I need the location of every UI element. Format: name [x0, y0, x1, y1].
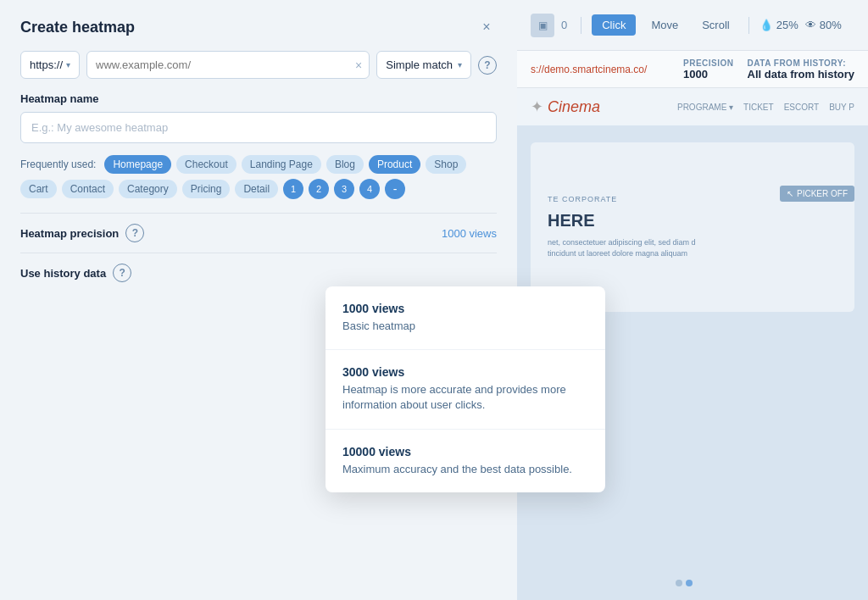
bg-nav-items: PROGRAME ▾ TICKET ESCORT BUY P: [677, 103, 854, 112]
tag-homepage[interactable]: Homepage: [104, 155, 171, 174]
bg-toolbar: ▣ 0 Click Move Scroll 💧 25% 👁 80%: [517, 0, 868, 51]
option-3000[interactable]: 3000 views Heatmap is more accurate and …: [326, 350, 605, 429]
option-3000-desc: Heatmap is more accurate and provides mo…: [342, 382, 588, 413]
history-value: All data from history: [748, 68, 854, 81]
precision-label-text: Heatmap precision: [20, 227, 119, 240]
bg-nav-item3: ESCORT: [784, 103, 820, 112]
modal-header: Create heatmap ×: [0, 0, 517, 51]
move-button[interactable]: Move: [643, 14, 687, 36]
precision-label: PRECISION: [683, 58, 734, 68]
dot2: [686, 580, 693, 586]
url-clear-button[interactable]: ×: [348, 58, 369, 72]
bg-nav: ✦ Cinema PROGRAME ▾ TICKET ESCORT BUY P: [517, 88, 868, 125]
screen-icon: ▣: [531, 14, 554, 37]
tag-checkout[interactable]: Checkout: [176, 155, 236, 174]
bg-url: s://demo.smartcinema.co/: [531, 64, 647, 75]
history-label-text: Use history data: [20, 267, 106, 280]
option-1000-desc: Basic heatmap: [342, 319, 588, 334]
protocol-chevron: ▾: [66, 60, 70, 69]
tag-pricing[interactable]: Pricing: [182, 180, 231, 198]
history-label: DATA FROM HISTORY:: [748, 58, 854, 68]
tag-contact[interactable]: Contact: [62, 180, 114, 198]
url-row: https:// ▾ × Simple match ▾ ?: [20, 51, 497, 79]
bg-hero-title: HERE: [548, 210, 837, 231]
option-3000-title: 3000 views: [342, 365, 588, 379]
protocol-select[interactable]: https:// ▾: [20, 51, 80, 79]
divider2: [20, 253, 497, 253]
tags-label: Frequently used:: [20, 158, 96, 170]
precision-row: Heatmap precision ? 1000 views: [20, 224, 497, 242]
heatmap-name-label: Heatmap name: [20, 92, 497, 105]
bg-nav-item4: BUY P: [829, 103, 854, 112]
tag-4[interactable]: 4: [359, 179, 380, 199]
tag-1[interactable]: 1: [283, 179, 303, 199]
tag-landing-page[interactable]: Landing Page: [242, 155, 321, 174]
eye-percent[interactable]: 👁 80%: [805, 19, 842, 31]
eye-icon: 👁: [805, 19, 816, 31]
option-10000-desc: Maximum accuracy and the best data possi…: [342, 462, 588, 477]
precision-left: Heatmap precision ?: [20, 224, 144, 242]
url-input[interactable]: [87, 52, 348, 78]
bg-dots: [676, 580, 693, 586]
click-button[interactable]: Click: [592, 14, 636, 36]
tag-2[interactable]: 2: [309, 179, 329, 199]
tag-category[interactable]: Category: [119, 180, 177, 198]
scroll-button[interactable]: Scroll: [693, 14, 738, 36]
picker-btn[interactable]: ↖ PICKER OFF: [780, 186, 854, 202]
match-chevron: ▾: [458, 60, 462, 69]
bg-nav-item: PROGRAME ▾: [677, 103, 733, 112]
tag-dash[interactable]: -: [385, 179, 405, 199]
protocol-value: https://: [30, 58, 63, 71]
tag-detail[interactable]: Detail: [235, 180, 278, 198]
tag-3[interactable]: 3: [334, 179, 354, 199]
modal-body: https:// ▾ × Simple match ▾ ? Heatmap na…: [0, 51, 517, 282]
option-1000[interactable]: 1000 views Basic heatmap: [326, 286, 605, 350]
match-type-select[interactable]: Simple match ▾: [376, 51, 471, 79]
option-10000[interactable]: 10000 views Maximum accuracy and the bes…: [326, 430, 605, 492]
tags-row: Frequently used: Homepage Checkout Landi…: [20, 155, 497, 199]
url-help-icon[interactable]: ?: [478, 56, 497, 75]
dot1: [676, 580, 682, 586]
bg-subtoolbar: s://demo.smartcinema.co/ PRECISION 1000 …: [517, 51, 868, 88]
toolbar-sep2: [748, 17, 749, 34]
modal-title: Create heatmap: [20, 19, 135, 36]
divider1: [20, 213, 497, 214]
option-1000-title: 1000 views: [342, 302, 588, 315]
match-type-value: Simple match: [386, 58, 453, 71]
option-10000-title: 10000 views: [342, 445, 588, 458]
precision-value: 1000: [683, 68, 734, 81]
tag-blog[interactable]: Blog: [326, 155, 364, 174]
tag-shop[interactable]: Shop: [426, 155, 466, 174]
picker-icon: ↖: [787, 189, 793, 198]
bg-hero-text: net, consectetuer adipiscing elit, sed d…: [548, 237, 717, 260]
tag-cart[interactable]: Cart: [20, 180, 57, 198]
history-row: Use history data ?: [20, 264, 497, 282]
precision-help-icon[interactable]: ?: [125, 224, 144, 242]
bg-logo: ✦ Cinema: [531, 97, 600, 116]
bg-count: 0: [561, 19, 567, 31]
drop-percent[interactable]: 💧 25%: [760, 19, 798, 31]
url-input-wrap: ×: [86, 51, 370, 79]
toolbar-sep: [581, 17, 581, 34]
drop-icon: 💧: [760, 19, 773, 31]
modal-close-button[interactable]: ×: [476, 17, 497, 37]
history-help-icon[interactable]: ?: [113, 264, 131, 282]
precision-dropdown: 1000 views Basic heatmap 3000 views Heat…: [326, 286, 605, 492]
heatmap-name-input[interactable]: [20, 112, 497, 143]
bg-nav-item2: TICKET: [743, 103, 774, 112]
precision-link[interactable]: 1000 views: [442, 227, 497, 240]
tag-product[interactable]: Product: [369, 155, 420, 174]
